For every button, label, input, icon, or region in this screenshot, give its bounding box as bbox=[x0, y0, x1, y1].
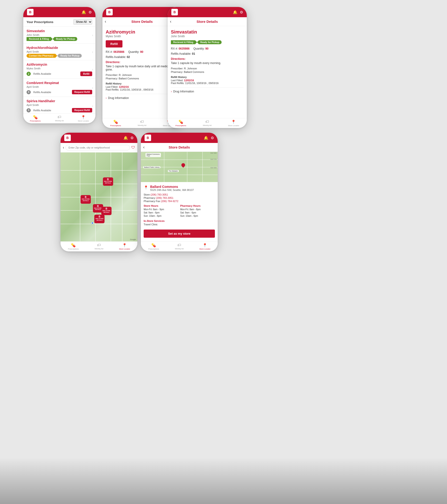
pharmacy-hours-col: Pharmacy Hours Mon-Fri: 8am - 8pm Sat: 9… bbox=[180, 204, 215, 218]
nav-store-locator-4[interactable]: 📍 Store Locator bbox=[112, 242, 137, 252]
store-hours-title: Store Hours bbox=[144, 204, 178, 207]
rx-person-azithromycin: Myles Smith bbox=[27, 67, 92, 70]
request-refill-combivent[interactable]: Request Refill bbox=[72, 90, 92, 94]
bottom-shadow bbox=[0, 457, 447, 504]
store-phone-number[interactable]: (206) 783-3051 bbox=[150, 193, 168, 196]
rx-name-simvastatin: Simvastatin bbox=[27, 29, 92, 33]
shield-icon-4: 🛡 bbox=[131, 145, 135, 150]
status-row-hydro: Contact the Pharmacy Ready for Pickup bbox=[27, 54, 92, 58]
brand-logo-2: B bbox=[106, 9, 113, 15]
status-icons-5: 🔔 ⚙ bbox=[204, 136, 214, 140]
bell-icon-4[interactable]: 🔔 bbox=[123, 136, 128, 140]
past-refills-dates-3: 11/01/16, 10/03/16 , 09/03/16 bbox=[185, 82, 219, 85]
rx-item-combivent[interactable]: Combivent Respimat April Smith 0 Refills… bbox=[23, 79, 95, 97]
refill-badge-spiriva: 0 bbox=[27, 108, 31, 112]
nav-prescriptions-5[interactable]: 💊 Prescriptions bbox=[141, 242, 166, 252]
back-button-2[interactable]: ‹ bbox=[105, 19, 106, 24]
nav-store-locator-1[interactable]: 📍 Store Locator bbox=[72, 114, 95, 123]
map-marker-2[interactable]: B SEE STOREDETAILS bbox=[81, 195, 91, 203]
refill-button-azithromycin[interactable]: Refill bbox=[80, 72, 92, 76]
bell-icon-5[interactable]: 🔔 bbox=[204, 136, 208, 140]
prescriptions-header: Your Prescriptions Show All bbox=[23, 17, 95, 27]
locator-nav-icon-1: 📍 bbox=[81, 115, 86, 119]
rx-name-spiriva: Spiriva Handihaler bbox=[27, 99, 92, 103]
ad-nav-icon-2: 🏷 bbox=[140, 120, 144, 124]
gear-icon-4[interactable]: ⚙ bbox=[130, 136, 134, 140]
bell-icon-3[interactable]: 🔔 bbox=[233, 10, 237, 15]
pharmacy-hours-sun: Sun: 10am - 6pm bbox=[180, 215, 215, 218]
rx-name-combivent: Combivent Respimat bbox=[27, 81, 92, 85]
quantity-2: 90 bbox=[140, 50, 143, 54]
back-button-3[interactable]: ‹ bbox=[170, 19, 171, 24]
map-marker-4[interactable]: B SEE STOREDETAILS bbox=[101, 207, 111, 215]
nav-prescriptions-4[interactable]: 💊 Prescriptions bbox=[61, 242, 86, 252]
store-name-row: 📍 Ballard Commons 5529 24th Ave NW, Seat… bbox=[144, 185, 215, 191]
set-as-my-store-button[interactable]: Set as my store bbox=[144, 230, 215, 238]
nav-weekly-ad-5[interactable]: 🏷 Weekly Ad bbox=[166, 242, 192, 252]
nav-locator-label-1: Store Locator bbox=[78, 120, 89, 122]
brand-logo-1: B bbox=[27, 9, 34, 15]
map-marker-1[interactable]: B SEE STOREDETAILS bbox=[103, 177, 113, 186]
rx-list: Simvastatin John Smith Recieved & Fillin… bbox=[23, 27, 95, 113]
phone-store-locator: B 🔔 ⚙ ‹ 🛡 B SEE STOREDETAILS bbox=[61, 133, 137, 252]
rx-person-hydro: April Smith bbox=[27, 50, 92, 53]
drug-info-link-3[interactable]: › Drug Information bbox=[171, 87, 244, 93]
rx-item-simvastatin[interactable]: Simvastatin John Smith Recieved & Fillin… bbox=[23, 27, 95, 44]
refill-button-2[interactable]: Refill bbox=[106, 40, 123, 48]
request-refill-spiriva[interactable]: Request Refill bbox=[72, 108, 92, 112]
mini-map-label-matador: The Matador bbox=[168, 170, 179, 172]
gear-icon-3[interactable]: ⚙ bbox=[240, 10, 243, 15]
nav-prescriptions-label-4: Prescriptions bbox=[68, 248, 79, 250]
nav-weekly-ad-2[interactable]: 🏷 Weekly Ad bbox=[129, 118, 155, 128]
rx-nav-icon-1: 💊 bbox=[33, 115, 38, 119]
past-refills-3: Past Refills: 11/01/16, 10/03/16 , 09/03… bbox=[171, 82, 244, 85]
store-address: 5529 24th Ave NW, Seattle, WA 98107 bbox=[150, 189, 194, 191]
refill-count-row: 2 Refills Available bbox=[27, 72, 51, 76]
prescriptions-title: Your Prescriptions bbox=[27, 20, 53, 24]
nav-weekly-ad-1[interactable]: 🏷 Weekly Ad bbox=[47, 114, 71, 123]
rx-nav-icon-2: 💊 bbox=[113, 120, 118, 124]
google-label: Google bbox=[130, 238, 136, 240]
status-receiving-3: Recieved & Filling bbox=[171, 40, 197, 44]
pharmacy-phone-number[interactable]: (206) 783-3051 bbox=[156, 197, 173, 199]
rx-item-spiriva[interactable]: Spiriva Handihaler April Smith 0 Refills… bbox=[23, 97, 95, 113]
nav-store-locator-5[interactable]: 📍 Store Locator bbox=[192, 242, 218, 252]
nav-weekly-label-1: Weekly Ad bbox=[55, 120, 64, 122]
phone-prescriptions: B 🔔 ⚙ Your Prescriptions Show All Simvas… bbox=[23, 7, 95, 123]
refill-badge-combivent: 0 bbox=[27, 90, 31, 94]
rx-item-hydro[interactable]: Hydrochlorothiazide April Smith Contact … bbox=[23, 44, 95, 60]
nav-prescriptions-label-1: Prescriptions bbox=[30, 120, 41, 122]
search-input-4[interactable] bbox=[65, 145, 130, 150]
back-button-4[interactable]: ‹ bbox=[63, 145, 64, 150]
map-container-4: B SEE STOREDETAILS B SEE STOREDETAILS B … bbox=[61, 152, 137, 241]
rx-item-azithromycin[interactable]: Azithromycin Myles Smith 2 Refills Avail… bbox=[23, 60, 95, 79]
gear-icon-1[interactable]: ⚙ bbox=[89, 10, 92, 15]
nav-prescriptions-1[interactable]: 💊 Prescriptions bbox=[23, 114, 47, 123]
gear-icon-5[interactable]: ⚙ bbox=[211, 136, 214, 140]
pharmacy-fax-number[interactable]: (206) 784-9272 bbox=[161, 200, 178, 202]
status-icons-3: 🔔 ⚙ bbox=[233, 10, 243, 15]
back-button-5[interactable]: ‹ bbox=[143, 145, 144, 150]
nav-prescriptions-3[interactable]: 💊 Prescriptions bbox=[168, 118, 194, 128]
nav-store-locator-3[interactable]: 📍 Store Locator bbox=[220, 118, 247, 128]
nav-weekly-ad-3[interactable]: 🏷 Weekly Ad bbox=[194, 118, 220, 128]
show-all-select[interactable]: Show All bbox=[73, 19, 92, 25]
drug-info-label-2: Drug Information bbox=[108, 96, 129, 100]
bell-icon-1[interactable]: 🔔 bbox=[81, 10, 86, 15]
nav-prescriptions-label-5: Prescriptions bbox=[148, 248, 159, 250]
store-hours-sat: Sat: 9am - 6pm bbox=[144, 211, 178, 215]
store-map-mini: Ballard CommonsPark Ballard Public Libra… bbox=[141, 152, 218, 182]
status-bar-4: B 🔔 ⚙ bbox=[61, 133, 137, 143]
drug-detail-3: Simvastatin John Smith Recieved & Fillin… bbox=[168, 26, 247, 118]
nav-weekly-ad-4[interactable]: 🏷 Weekly Ad bbox=[86, 242, 112, 252]
pharmacy-fax-row: Pharmacy Fax (206) 784-9272 bbox=[144, 200, 215, 202]
in-store-services-title: In-Store Services bbox=[144, 219, 215, 222]
chevron-azithromycin: › bbox=[92, 68, 93, 71]
nav-prescriptions-2[interactable]: 💊 Prescriptions bbox=[102, 118, 129, 128]
status-ready: Ready for Pickup bbox=[53, 37, 77, 41]
status-icons-1: 🔔 ⚙ bbox=[81, 10, 92, 15]
service-travel-clinic: Travel Clinic bbox=[144, 223, 215, 226]
refill-badge-azithromycin: 2 bbox=[27, 72, 31, 76]
mini-map-bg: Ballard CommonsPark Ballard Public Libra… bbox=[141, 152, 218, 182]
map-marker-5[interactable]: B SEE STOREDETAILS bbox=[94, 215, 105, 223]
